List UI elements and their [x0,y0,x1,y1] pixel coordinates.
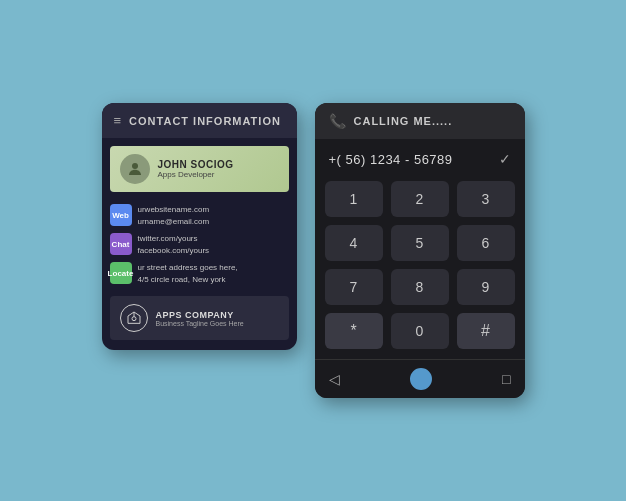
key-2[interactable]: 2 [391,181,449,217]
company-name: APPS COMPANY [156,310,244,320]
key-4[interactable]: 4 [325,225,383,261]
key-7[interactable]: 7 [325,269,383,305]
key-1[interactable]: 1 [325,181,383,217]
phone-left: ≡ CONTACT INFORMATION JOHN SOCIOG Apps D… [102,103,297,350]
menu-icon: ≡ [114,113,122,128]
contact-name: JOHN SOCIOG [158,159,234,170]
avatar [120,154,150,184]
web-text: urwebsitename.com urname@email.com [138,204,210,228]
phone-icon: 📞 [329,113,346,129]
company-logo [120,304,148,332]
chat-badge: Chat [110,233,132,255]
company-tagline: Business Tagline Goes Here [156,320,244,327]
company-footer: APPS COMPANY Business Tagline Goes Here [110,296,289,340]
web-badge: Web [110,204,132,226]
company-info: APPS COMPANY Business Tagline Goes Here [156,310,244,327]
key-6[interactable]: 6 [457,225,515,261]
key-9[interactable]: 9 [457,269,515,305]
contact-card: JOHN SOCIOG Apps Developer [110,146,289,192]
dialer-header: 📞 CALLING ME..... [315,103,525,139]
web-row: Web urwebsitename.com urname@email.com [110,204,289,228]
key-hash[interactable]: # [457,313,515,349]
key-star[interactable]: * [325,313,383,349]
svg-point-0 [132,163,138,169]
key-0[interactable]: 0 [391,313,449,349]
home-button[interactable] [410,368,432,390]
key-8[interactable]: 8 [391,269,449,305]
locate-text: ur street address goes here, 4/5 circle … [138,262,238,286]
check-icon: ✓ [499,151,511,167]
phones-container: ≡ CONTACT INFORMATION JOHN SOCIOG Apps D… [102,103,525,398]
phone-right: 📞 CALLING ME..... +( 56) 1234 - 56789 ✓ … [315,103,525,398]
locate-row: Locate ur street address goes here, 4/5 … [110,262,289,286]
phone-number: +( 56) 1234 - 56789 [329,152,453,167]
nav-bar: ◁ □ [315,359,525,398]
contact-role: Apps Developer [158,170,234,179]
svg-point-2 [132,317,136,321]
locate-badge: Locate [110,262,132,284]
phone-number-row: +( 56) 1234 - 56789 ✓ [315,139,525,175]
info-rows: Web urwebsitename.com urname@email.com C… [102,200,297,290]
back-button[interactable]: ◁ [329,371,340,387]
contact-info: JOHN SOCIOG Apps Developer [158,159,234,179]
key-3[interactable]: 3 [457,181,515,217]
calling-text: CALLING ME..... [354,115,453,127]
square-button[interactable]: □ [502,371,510,387]
keypad: 1 2 3 4 5 6 7 8 9 * 0 # [315,175,525,359]
contact-title: CONTACT INFORMATION [129,115,281,127]
contact-header: ≡ CONTACT INFORMATION [102,103,297,138]
key-5[interactable]: 5 [391,225,449,261]
chat-text: twitter.com/yours facebook.com/yours [138,233,210,257]
chat-row: Chat twitter.com/yours facebook.com/your… [110,233,289,257]
